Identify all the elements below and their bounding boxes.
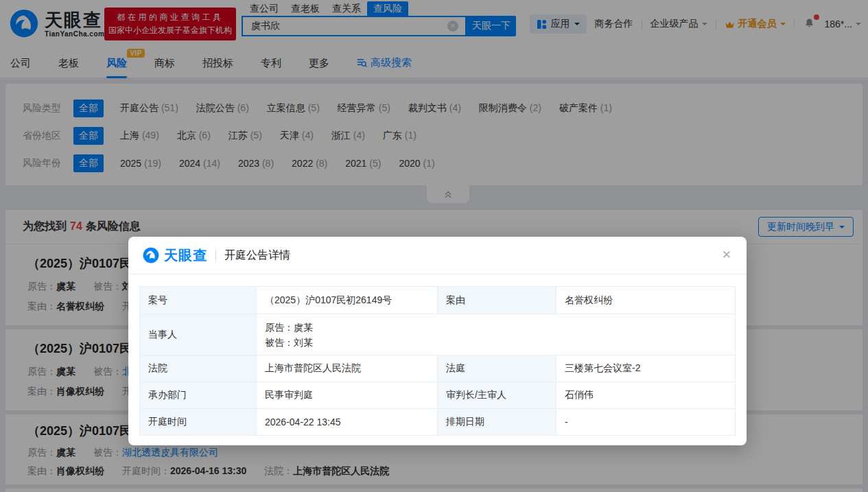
case-no-label: 案号 xyxy=(140,287,257,314)
department-value: 民事审判庭 xyxy=(257,382,438,409)
case-no-value: （2025）沪0107民初26149号 xyxy=(257,287,438,314)
courtroom-value: 三楼第七会议室-2 xyxy=(556,355,736,382)
table-row: 开庭时间 2026-04-22 13:45 排期日期 - xyxy=(140,409,736,436)
hearing-time-label: 开庭时间 xyxy=(140,409,257,436)
court-label: 法院 xyxy=(140,355,257,382)
hearing-time-value: 2026-04-22 13:45 xyxy=(257,409,438,436)
divider xyxy=(215,249,216,261)
modal-title: 开庭公告详情 xyxy=(224,248,290,263)
party-value: 原告：虞某 被告：刘某 xyxy=(257,314,736,355)
judge-label: 审判长/主审人 xyxy=(438,382,556,409)
hearing-detail-table: 案号 （2025）沪0107民初26149号 案由 名誉权纠纷 当事人 原告：虞… xyxy=(139,286,736,436)
modal-header: 天眼查 开庭公告详情 ✕ xyxy=(128,237,747,274)
party-defendant: 被告：刘某 xyxy=(265,335,727,350)
modal-body: 案号 （2025）沪0107民初26149号 案由 名誉权纠纷 当事人 原告：虞… xyxy=(128,274,747,436)
table-row: 法院 上海市普陀区人民法院 法庭 三楼第七会议室-2 xyxy=(140,355,736,382)
court-value: 上海市普陀区人民法院 xyxy=(257,355,438,382)
tianyancha-logo-icon xyxy=(142,246,160,264)
party-plaintiff: 原告：虞某 xyxy=(265,320,727,335)
party-label: 当事人 xyxy=(140,314,257,355)
modal-brand: 天眼查 xyxy=(164,246,207,265)
hearing-detail-modal: 天眼查 开庭公告详情 ✕ 案号 （2025）沪0107民初26149号 案由 名… xyxy=(128,237,747,445)
courtroom-label: 法庭 xyxy=(438,355,556,382)
judge-value: 石俏伟 xyxy=(556,382,736,409)
cause-value: 名誉权纠纷 xyxy=(556,287,736,314)
tianyancha-risk-search-page: 天眼查 TianYanCha.com 都在用的商业查询工具 国家中小企业发展子基… xyxy=(0,0,868,492)
schedule-date-value: - xyxy=(556,409,736,436)
department-label: 承办部门 xyxy=(140,382,257,409)
schedule-date-label: 排期日期 xyxy=(438,409,556,436)
table-row: 承办部门 民事审判庭 审判长/主审人 石俏伟 xyxy=(140,382,736,409)
cause-label: 案由 xyxy=(438,287,556,314)
table-row: 当事人 原告：虞某 被告：刘某 xyxy=(140,314,736,355)
table-row: 案号 （2025）沪0107民初26149号 案由 名誉权纠纷 xyxy=(140,287,736,314)
close-icon[interactable]: ✕ xyxy=(722,248,731,262)
